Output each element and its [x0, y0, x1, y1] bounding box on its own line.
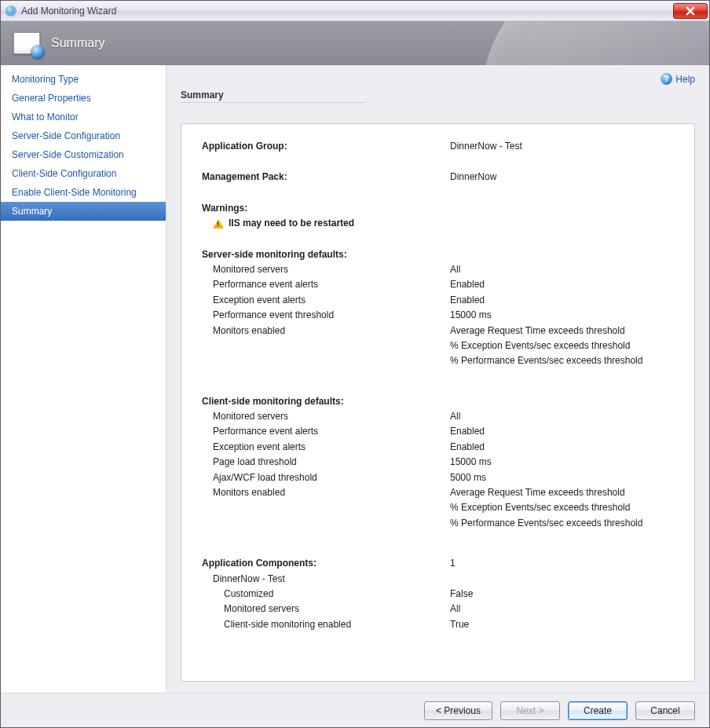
- titlebar: Add Monitoring Wizard: [1, 1, 709, 21]
- summary-row: % Performance Events/sec exceeds thresho…: [202, 517, 674, 530]
- summary-row-value: Enabled: [450, 294, 674, 307]
- heading-components: Application Components: 1: [202, 557, 674, 570]
- summary-row-value: % Exception Events/sec exceeds threshold: [450, 339, 674, 353]
- summary-row-value: 15000 ms: [450, 309, 674, 322]
- summary-row-label: Client-side monitoring enabled: [202, 618, 450, 631]
- summary-row: Performance event alertsEnabled: [202, 425, 674, 438]
- step-general-properties[interactable]: General Properties: [1, 89, 166, 108]
- summary-row: Performance event threshold15000 ms: [202, 309, 674, 322]
- summary-row-label: Exception event alerts: [202, 441, 450, 454]
- summary-row-label: Monitored servers: [202, 602, 450, 616]
- summary-row-label: Monitors enabled: [202, 324, 450, 338]
- warning-text: IIS may need to be restarted: [229, 217, 354, 230]
- warning-icon: [213, 219, 224, 229]
- summary-row-value: True: [450, 618, 674, 631]
- summary-row-value: 15000 ms: [450, 455, 674, 469]
- previous-button[interactable]: < Previous: [424, 701, 492, 720]
- row-management-pack: Management Pack: DinnerNow: [202, 170, 674, 184]
- step-server-side-customization[interactable]: Server-Side Customization: [1, 145, 166, 164]
- page-subtitle: Summary: [181, 90, 366, 103]
- banner: Summary: [1, 21, 709, 65]
- help-link[interactable]: ? Help: [661, 73, 695, 85]
- main-content: ? Help Summary Application Group: Dinner…: [167, 65, 709, 693]
- summary-row: Monitored serversAll: [202, 602, 674, 616]
- summary-row: % Exception Events/sec exceeds threshold: [202, 339, 674, 353]
- summary-row-label: Monitors enabled: [202, 486, 450, 499]
- value-components-count: 1: [450, 557, 674, 570]
- summary-row: Page load threshold15000 ms: [202, 455, 674, 469]
- summary-row-value: All: [450, 410, 674, 423]
- summary-row-value: Enabled: [450, 425, 674, 438]
- step-enable-client-side-monitoring[interactable]: Enable Client-Side Monitoring: [1, 183, 166, 202]
- component-name: DinnerNow - Test: [202, 573, 450, 586]
- row-warning-line: IIS may need to be restarted: [202, 217, 674, 230]
- app-icon: [5, 5, 16, 16]
- summary-row-value: Average Request Time exceeds threshold: [450, 324, 674, 338]
- summary-row: CustomizedFalse: [202, 587, 674, 601]
- summary-row: % Exception Events/sec exceeds threshold: [202, 501, 674, 514]
- summary-panel: Application Group: DinnerNow - Test Mana…: [181, 123, 695, 682]
- summary-row-value: % Performance Events/sec exceeds thresho…: [450, 517, 674, 530]
- heading-server-defaults: Server-side monitoring defaults:: [202, 248, 674, 262]
- step-monitoring-type[interactable]: Monitoring Type: [1, 70, 166, 89]
- summary-row-value: All: [450, 263, 674, 276]
- wizard-window: Add Monitoring Wizard Summary Monitoring…: [0, 0, 710, 728]
- component-name-row: DinnerNow - Test: [202, 573, 674, 586]
- window-title: Add Monitoring Wizard: [21, 5, 673, 16]
- summary-page-icon: [13, 32, 40, 54]
- summary-row: Ajax/WCF load threshold5000 ms: [202, 471, 674, 485]
- label-warnings: Warnings:: [202, 202, 450, 215]
- next-button[interactable]: Next >: [500, 701, 560, 720]
- summary-row-label: Performance event alerts: [202, 425, 450, 438]
- summary-row: Monitors enabledAverage Request Time exc…: [202, 324, 674, 338]
- wizard-footer: < Previous Next > Create Cancel: [1, 693, 709, 727]
- label-application-group: Application Group:: [202, 140, 450, 153]
- summary-row: Monitors enabledAverage Request Time exc…: [202, 486, 674, 499]
- close-icon: [686, 6, 695, 16]
- summary-row: Monitored serversAll: [202, 410, 674, 423]
- summary-row-label: Ajax/WCF load threshold: [202, 471, 450, 485]
- heading-client-defaults: Client-side monitoring defaults:: [202, 395, 674, 408]
- help-icon: ?: [661, 73, 672, 85]
- row-application-group: Application Group: DinnerNow - Test: [202, 140, 674, 153]
- summary-row: Performance event alertsEnabled: [202, 278, 674, 291]
- cancel-button[interactable]: Cancel: [635, 701, 695, 720]
- summary-row-value: % Performance Events/sec exceeds thresho…: [450, 354, 674, 368]
- step-client-side-configuration[interactable]: Client-Side Configuration: [1, 164, 166, 183]
- summary-row-label: Monitored servers: [202, 410, 450, 423]
- row-warnings: Warnings:: [202, 202, 674, 215]
- summary-row-value: Enabled: [450, 441, 674, 454]
- close-button[interactable]: [673, 3, 708, 19]
- summary-row: % Performance Events/sec exceeds thresho…: [202, 354, 674, 368]
- summary-row-label: Customized: [202, 587, 450, 601]
- banner-title: Summary: [51, 36, 104, 50]
- summary-row-value: False: [450, 587, 674, 601]
- summary-row-value: Enabled: [450, 278, 674, 291]
- summary-row-label: [202, 339, 450, 353]
- step-server-side-configuration[interactable]: Server-Side Configuration: [1, 126, 166, 145]
- summary-row-label: [202, 517, 450, 530]
- summary-row-label: Performance event alerts: [202, 278, 450, 291]
- create-button[interactable]: Create: [568, 701, 628, 720]
- summary-row-value: % Exception Events/sec exceeds threshold: [450, 501, 674, 514]
- summary-row-label: [202, 501, 450, 514]
- globe-decor-icon: [481, 21, 709, 65]
- summary-row-value: Average Request Time exceeds threshold: [450, 486, 674, 499]
- summary-row-label: Performance event threshold: [202, 309, 450, 322]
- wizard-steps-sidebar: Monitoring Type General Properties What …: [1, 65, 167, 693]
- summary-row: Exception event alertsEnabled: [202, 441, 674, 454]
- summary-row-value: All: [450, 602, 674, 616]
- summary-row-value: 5000 ms: [450, 471, 674, 485]
- summary-row-label: Monitored servers: [202, 263, 450, 276]
- summary-row: Client-side monitoring enabledTrue: [202, 618, 674, 631]
- step-summary[interactable]: Summary: [1, 202, 166, 221]
- help-link-label: Help: [675, 74, 695, 85]
- summary-row-label: [202, 354, 450, 368]
- summary-row: Exception event alertsEnabled: [202, 294, 674, 307]
- value-application-group: DinnerNow - Test: [450, 140, 674, 153]
- label-management-pack: Management Pack:: [202, 170, 450, 184]
- summary-row-label: Exception event alerts: [202, 294, 450, 307]
- step-what-to-monitor[interactable]: What to Monitor: [1, 108, 166, 126]
- summary-row-label: Page load threshold: [202, 455, 450, 469]
- summary-row: Monitored serversAll: [202, 263, 674, 276]
